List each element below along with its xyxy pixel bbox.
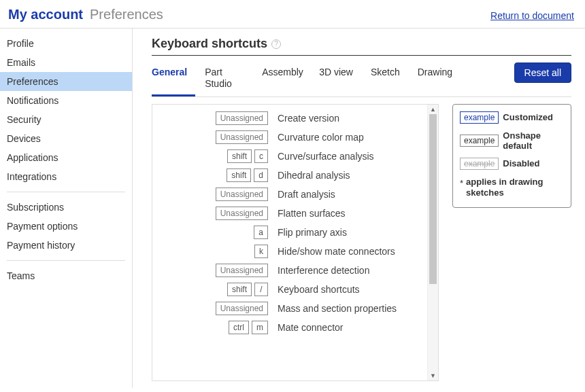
shortcut-key-cell[interactable]: Unassigned bbox=[159, 264, 268, 277]
sidebar-item-payment-options[interactable]: Payment options bbox=[0, 217, 132, 236]
scrollbar[interactable]: ▲ ▼ bbox=[427, 105, 438, 380]
shortcut-label: Dihedral analysis bbox=[268, 170, 350, 181]
shortcut-row: UnassignedMass and section properties bbox=[159, 302, 423, 315]
shortcut-row: UnassignedCreate version bbox=[159, 111, 423, 125]
shortcut-label: Draft analysis bbox=[268, 189, 335, 200]
shortcut-label: Create version bbox=[268, 113, 339, 124]
shortcut-label: Keyboard shortcuts bbox=[268, 284, 360, 295]
tab-3d-view[interactable]: 3D view bbox=[319, 63, 361, 96]
keycap-unassigned[interactable]: Unassigned bbox=[216, 130, 268, 144]
shortcut-key-cell[interactable]: Unassigned bbox=[159, 188, 268, 201]
shortcut-key-cell[interactable]: Unassigned bbox=[159, 111, 268, 125]
sidebar-item-devices[interactable]: Devices bbox=[0, 129, 132, 148]
shortcut-key-cell[interactable]: ctrlm bbox=[159, 321, 268, 334]
shortcut-key-cell[interactable]: Unassigned bbox=[159, 207, 268, 220]
keycap[interactable]: shift bbox=[227, 168, 251, 182]
keycap[interactable]: / bbox=[254, 283, 268, 296]
shortcut-row: kHide/show mate connectors bbox=[159, 245, 423, 258]
reset-all-button[interactable]: Reset all bbox=[514, 63, 571, 83]
shortcut-key-cell[interactable]: shiftd bbox=[159, 168, 268, 182]
sidebar-item-payment-history[interactable]: Payment history bbox=[0, 236, 132, 255]
legend-note-star: * bbox=[460, 178, 463, 201]
sidebar-item-applications[interactable]: Applications bbox=[0, 148, 132, 167]
shortcut-label: Flatten surfaces bbox=[268, 208, 346, 219]
tab-sketch[interactable]: Sketch bbox=[371, 63, 408, 96]
keycap-unassigned[interactable]: Unassigned bbox=[216, 111, 268, 125]
sidebar-separator bbox=[7, 260, 125, 261]
shortcut-row: aFlip primary axis bbox=[159, 226, 423, 239]
main-layout: ProfileEmailsPreferencesNotificationsSec… bbox=[0, 29, 585, 388]
sidebar-item-security[interactable]: Security bbox=[0, 110, 132, 129]
legend-row-customized: example Customized bbox=[460, 111, 564, 124]
tab-general[interactable]: General bbox=[152, 63, 195, 96]
sidebar-item-emails[interactable]: Emails bbox=[0, 53, 132, 72]
shortcut-row: UnassignedDraft analysis bbox=[159, 188, 423, 201]
shortcut-row: UnassignedFlatten surfaces bbox=[159, 207, 423, 220]
keycap[interactable]: ctrl bbox=[229, 321, 249, 334]
shortcut-row: UnassignedCurvature color map bbox=[159, 130, 423, 144]
keycap-unassigned[interactable]: Unassigned bbox=[216, 264, 268, 277]
shortcut-key-cell[interactable]: Unassigned bbox=[159, 302, 268, 315]
shortcut-key-cell[interactable]: Unassigned bbox=[159, 130, 268, 144]
legend-label-default: Onshape default bbox=[503, 130, 564, 151]
keycap-unassigned[interactable]: Unassigned bbox=[216, 207, 268, 220]
legend-row-disabled: example Disabled bbox=[460, 158, 564, 170]
page-subtitle: Preferences bbox=[90, 7, 163, 22]
app-title: My account bbox=[8, 7, 83, 22]
tab-drawing[interactable]: Drawing bbox=[418, 63, 461, 96]
scroll-thumb[interactable] bbox=[429, 114, 437, 284]
sidebar-item-subscriptions[interactable]: Subscriptions bbox=[0, 198, 132, 217]
shortcut-row: shift/Keyboard shortcuts bbox=[159, 283, 423, 296]
keycap-unassigned[interactable]: Unassigned bbox=[216, 188, 268, 201]
sidebar-item-integrations[interactable]: Integrations bbox=[0, 167, 132, 186]
legend-row-default: example Onshape default bbox=[460, 130, 564, 151]
section-title-row: Keyboard shortcuts ? bbox=[152, 37, 571, 56]
legend-note-text: applies in drawing sketches bbox=[466, 177, 564, 200]
sidebar-item-preferences[interactable]: Preferences bbox=[0, 72, 132, 91]
keycap[interactable]: shift bbox=[227, 283, 252, 296]
shortcut-row: shiftcCurve/surface analysis bbox=[159, 149, 423, 163]
help-icon[interactable]: ? bbox=[271, 39, 281, 49]
legend-note: * applies in drawing sketches bbox=[460, 177, 564, 200]
section-title: Keyboard shortcuts bbox=[152, 37, 267, 51]
legend-box: example Customized example Onshape defau… bbox=[452, 104, 571, 209]
legend-key-customized: example bbox=[460, 111, 499, 124]
shortcut-key-cell[interactable]: k bbox=[159, 245, 268, 258]
shortcut-label: Curve/surface analysis bbox=[268, 151, 374, 162]
shortcut-row: UnassignedInterference detection bbox=[159, 264, 423, 277]
shortcut-key-cell[interactable]: a bbox=[159, 226, 268, 239]
shortcut-key-cell[interactable]: shift/ bbox=[159, 283, 268, 296]
scroll-up-icon[interactable]: ▲ bbox=[428, 105, 438, 114]
keycap[interactable]: d bbox=[254, 168, 268, 182]
keycap-unassigned[interactable]: Unassigned bbox=[216, 302, 268, 315]
tab-assembly[interactable]: Assembly bbox=[262, 63, 310, 96]
legend-label-disabled: Disabled bbox=[503, 158, 539, 168]
header-left: My account Preferences bbox=[8, 7, 163, 22]
shortcut-pane: UnassignedCreate versionUnassignedCurvat… bbox=[152, 104, 439, 381]
keycap[interactable]: c bbox=[254, 149, 268, 163]
shortcut-label: Interference detection bbox=[268, 265, 369, 276]
body-row: UnassignedCreate versionUnassignedCurvat… bbox=[152, 104, 571, 381]
tab-part-studio[interactable]: Part Studio bbox=[205, 63, 252, 96]
legend-key-default: example bbox=[460, 135, 499, 147]
shortcut-label: Mass and section properties bbox=[268, 303, 397, 314]
keycap[interactable]: shift bbox=[227, 149, 252, 163]
keycap[interactable]: k bbox=[254, 245, 268, 258]
legend-label-customized: Customized bbox=[503, 112, 553, 122]
shortcut-list: UnassignedCreate versionUnassignedCurvat… bbox=[152, 105, 427, 380]
shortcut-row: shiftdDihedral analysis bbox=[159, 168, 423, 182]
shortcut-key-cell[interactable]: shiftc bbox=[159, 149, 268, 163]
keycap[interactable]: m bbox=[252, 321, 268, 334]
sidebar-item-teams[interactable]: Teams bbox=[0, 266, 132, 285]
return-to-document-link[interactable]: Return to document bbox=[490, 10, 574, 21]
shortcut-label: Hide/show mate connectors bbox=[268, 246, 395, 257]
page-header: My account Preferences Return to documen… bbox=[0, 0, 585, 29]
legend-key-disabled: example bbox=[460, 158, 499, 170]
shortcut-label: Curvature color map bbox=[268, 132, 364, 143]
scroll-down-icon[interactable]: ▼ bbox=[428, 371, 438, 380]
tabs-row: GeneralPart StudioAssembly3D viewSketchD… bbox=[152, 63, 571, 97]
sidebar-item-profile[interactable]: Profile bbox=[0, 34, 132, 53]
shortcut-row: ctrlmMate connector bbox=[159, 321, 423, 334]
sidebar-item-notifications[interactable]: Notifications bbox=[0, 91, 132, 110]
keycap[interactable]: a bbox=[254, 226, 268, 239]
